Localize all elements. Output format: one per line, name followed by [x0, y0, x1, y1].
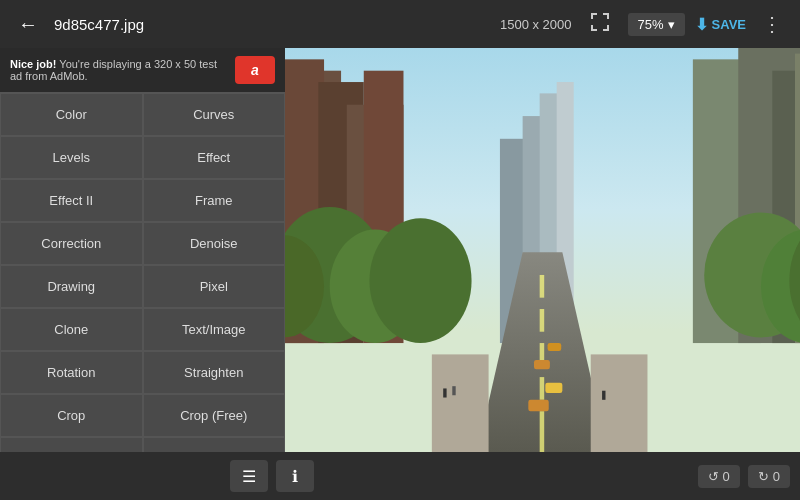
svg-rect-36	[602, 391, 605, 400]
tool-clone[interactable]: Clone	[0, 308, 143, 351]
zoom-level: 75%	[638, 17, 664, 32]
city-photo	[285, 48, 800, 452]
redo-button[interactable]: ↻ 0	[748, 465, 790, 488]
svg-rect-26	[540, 377, 545, 400]
ad-logo-letter: a	[251, 62, 259, 78]
info-button[interactable]: ℹ	[276, 460, 314, 492]
tool-straighten[interactable]: Straighten	[143, 351, 286, 394]
tool-color[interactable]: Color	[0, 93, 143, 136]
tool-denoise[interactable]: Denoise	[143, 222, 286, 265]
tool-levels[interactable]: Levels	[0, 136, 143, 179]
svg-rect-27	[540, 411, 545, 452]
tool-grid: Color Curves Levels Effect Effect II Fra…	[0, 93, 285, 452]
tool-correction[interactable]: Correction	[0, 222, 143, 265]
svg-point-18	[369, 218, 471, 343]
tool-crop[interactable]: Crop	[0, 394, 143, 437]
tool-fit[interactable]: Fit	[143, 437, 286, 452]
image-area	[285, 48, 800, 452]
menu-button[interactable]: ☰	[230, 460, 268, 492]
ad-bold: Nice job!	[10, 58, 56, 70]
tool-effect[interactable]: Effect	[143, 136, 286, 179]
svg-rect-29	[545, 383, 562, 393]
svg-rect-34	[443, 388, 446, 397]
left-panel: Nice job! You're displaying a 320 x 50 t…	[0, 48, 285, 452]
svg-rect-33	[591, 354, 648, 452]
svg-rect-31	[548, 343, 562, 351]
main-content: Nice job! You're displaying a 320 x 50 t…	[0, 48, 800, 452]
tool-frame[interactable]: Frame	[143, 179, 286, 222]
tool-text-image[interactable]: Text/Image	[143, 308, 286, 351]
ad-logo: a	[235, 56, 275, 84]
bottom-left-controls: ☰ ℹ	[230, 460, 314, 492]
ad-banner: Nice job! You're displaying a 320 x 50 t…	[0, 48, 285, 93]
file-name: 9d85c477.jpg	[54, 16, 490, 33]
save-label: SAVE	[712, 17, 746, 32]
tool-effect-ii[interactable]: Effect II	[0, 179, 143, 222]
tool-curves[interactable]: Curves	[143, 93, 286, 136]
undo-count: 0	[723, 469, 730, 484]
top-bar: ← 9d85c477.jpg 1500 x 2000 75% ▾ ⬇ SAVE …	[0, 0, 800, 48]
svg-rect-23	[540, 275, 545, 298]
save-download-icon: ⬇	[695, 15, 708, 34]
save-button[interactable]: ⬇ SAVE	[695, 15, 746, 34]
bottom-bar: ☰ ℹ ↺ 0 ↻ 0	[0, 452, 800, 500]
redo-count: 0	[773, 469, 780, 484]
tool-drawing[interactable]: Drawing	[0, 265, 143, 308]
svg-rect-32	[432, 354, 489, 452]
back-button[interactable]: ←	[12, 13, 44, 36]
svg-rect-28	[528, 400, 548, 411]
fullscreen-button[interactable]	[582, 8, 618, 41]
tool-pixel[interactable]: Pixel	[143, 265, 286, 308]
redo-icon: ↻	[758, 469, 769, 484]
svg-rect-35	[452, 386, 455, 395]
image-dimensions: 1500 x 2000	[500, 17, 572, 32]
ad-text: Nice job! You're displaying a 320 x 50 t…	[10, 58, 227, 82]
tool-resize[interactable]: Resize	[0, 437, 143, 452]
bottom-right-controls: ↺ 0 ↻ 0	[698, 465, 790, 488]
tool-crop-free[interactable]: Crop (Free)	[143, 394, 286, 437]
undo-button[interactable]: ↺ 0	[698, 465, 740, 488]
more-options-button[interactable]: ⋮	[756, 8, 788, 40]
zoom-button[interactable]: 75% ▾	[628, 13, 685, 36]
undo-icon: ↺	[708, 469, 719, 484]
svg-rect-30	[534, 360, 550, 369]
svg-rect-24	[540, 309, 545, 332]
tool-rotation[interactable]: Rotation	[0, 351, 143, 394]
zoom-chevron: ▾	[668, 17, 675, 32]
